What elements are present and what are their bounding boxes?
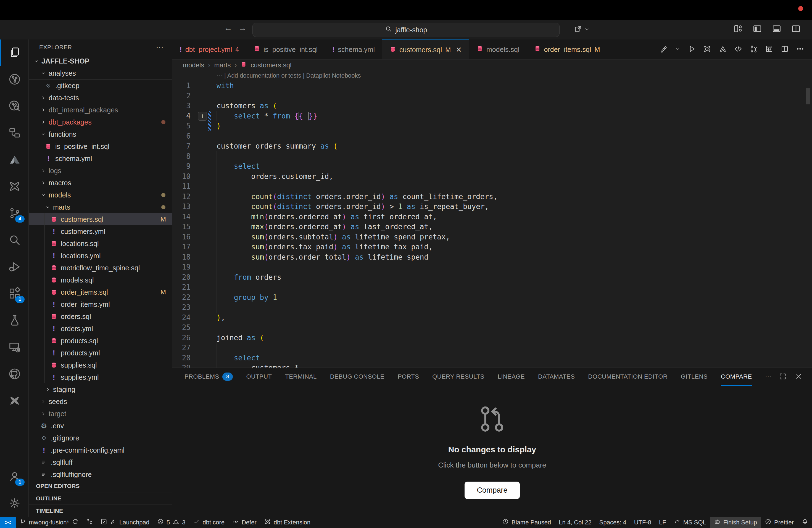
status-defer[interactable]: Defer: [228, 517, 260, 528]
tree-item-customers-yml[interactable]: !customers.yml: [29, 225, 172, 237]
section-outline[interactable]: OUTLINE: [29, 492, 172, 504]
activity-datapilot[interactable]: [0, 147, 28, 173]
breadcrumb-item-marts[interactable]: marts: [214, 61, 231, 69]
tree-item-models[interactable]: models: [29, 189, 172, 201]
tree-item-macros[interactable]: macros: [29, 177, 172, 189]
add-line-action-icon[interactable]: +: [198, 112, 207, 121]
code-text[interactable]: ),: [217, 312, 812, 323]
tree-item-models-sql[interactable]: models.sql: [29, 274, 172, 286]
panel-tab-query-results[interactable]: QUERY RESULTS: [432, 368, 484, 386]
datapilot-icon[interactable]: [719, 45, 727, 54]
code-text[interactable]: [217, 91, 812, 101]
code-line-5[interactable]: 5): [172, 121, 812, 131]
explorer-more-actions[interactable]: ⋯: [156, 43, 164, 52]
code-text[interactable]: [217, 151, 812, 162]
activity-explorer[interactable]: [0, 40, 28, 66]
tree-item-order-items-sql[interactable]: order_items.sqlM: [29, 286, 172, 298]
panel-tab-ports[interactable]: PORTS: [398, 368, 419, 386]
tree-item-customers-sql[interactable]: customers.sqlM: [29, 213, 172, 225]
tree-item-orders-sql[interactable]: orders.sql: [29, 310, 172, 323]
breadcrumb[interactable]: models›marts›customers.sql: [172, 60, 812, 71]
tab-schema-yml[interactable]: !schema.yml: [325, 40, 382, 59]
code-text[interactable]: with: [217, 80, 812, 91]
code-text[interactable]: customers as (: [217, 101, 812, 111]
code-text[interactable]: group by 1: [217, 292, 812, 303]
status-indentation[interactable]: Spaces: 4: [595, 517, 630, 528]
status-launchpad[interactable]: Launchpad: [97, 517, 153, 528]
tree-item-analyses[interactable]: analyses: [29, 67, 172, 79]
compare-button[interactable]: Compare: [465, 482, 520, 499]
code-text[interactable]: [217, 323, 812, 333]
tree-item-sqlfluffignore[interactable]: .sqlfluffignore: [29, 468, 172, 480]
code-line-4[interactable]: 4+ select * from {{ }}: [172, 111, 812, 121]
code-text[interactable]: [217, 303, 812, 312]
panel-tab-gitlens[interactable]: GITLENS: [681, 368, 708, 386]
git-pull-request-icon[interactable]: [750, 45, 758, 54]
code-text[interactable]: customers.*,: [217, 363, 812, 368]
code-line-8[interactable]: 8: [172, 151, 812, 162]
build-tool-icon[interactable]: [659, 45, 668, 54]
code-text[interactable]: ): [217, 121, 812, 131]
code-line-29[interactable]: 29 customers.*,: [172, 363, 812, 368]
tree-item-gitignore[interactable]: .gitignore: [29, 432, 172, 444]
code-text[interactable]: orders.customer_id,: [217, 172, 812, 182]
panel-tab-datamates[interactable]: DATAMATES: [538, 368, 575, 386]
run-model-icon[interactable]: [688, 45, 696, 54]
code-text[interactable]: sum(orders.subtotal) as lifetime_spend_p…: [217, 232, 812, 242]
tree-item-sqlfluff[interactable]: .sqlfluff: [29, 456, 172, 468]
tab-order-items-sql[interactable]: order_items.sqlM: [527, 40, 608, 59]
breadcrumb-item-customers-sql[interactable]: customers.sql: [250, 61, 291, 69]
activity-run-debug[interactable]: [0, 254, 28, 281]
code-editor[interactable]: 1with23customers as (4+ select * from {{…: [172, 80, 812, 368]
code-text[interactable]: [217, 282, 812, 292]
status-encoding[interactable]: UTF-8: [630, 517, 655, 528]
code-line-26[interactable]: 26joined as (: [172, 333, 812, 343]
code-text[interactable]: select * from {{ }}: [217, 111, 812, 121]
code-text[interactable]: from orders: [217, 272, 812, 282]
activity-dbt-query[interactable]: [0, 93, 28, 120]
section-open-editors[interactable]: OPEN EDITORS: [29, 480, 172, 492]
codelens-text[interactable]: ··· | Add documentation or tests | Datap…: [217, 72, 361, 79]
tree-item-schema-yml[interactable]: !schema.yml: [29, 152, 172, 165]
tree-item-is-positive-int-sql[interactable]: is_positive_int.sql: [29, 140, 172, 152]
panel-tab-terminal[interactable]: TERMINAL: [285, 368, 317, 386]
status-notifications[interactable]: [798, 517, 812, 528]
code-text[interactable]: max(orders.ordered_at) as last_ordered_a…: [217, 222, 812, 232]
tree-item-order-items-yml[interactable]: !order_items.yml: [29, 298, 172, 310]
code-text[interactable]: [217, 181, 812, 192]
command-center-search[interactable]: jaffle-shop: [252, 23, 560, 37]
tree-item-env[interactable]: ⚙.env: [29, 420, 172, 432]
activity-remote-explorer[interactable]: [0, 334, 28, 361]
code-line-12[interactable]: 12 count(distinct orders.order_id) as co…: [172, 192, 812, 202]
dbt-power-user-icon[interactable]: [703, 45, 711, 54]
status-eol[interactable]: LF: [655, 517, 670, 528]
section-timeline[interactable]: TIMELINE: [29, 504, 172, 517]
code-text[interactable]: min(orders.ordered_at) as first_ordered_…: [217, 212, 812, 222]
code-text[interactable]: select: [217, 353, 812, 363]
activity-search[interactable]: [0, 227, 28, 254]
tree-item-supplies-sql[interactable]: supplies.sql: [29, 359, 172, 371]
share-button[interactable]: [574, 25, 590, 34]
activity-testing[interactable]: [0, 307, 28, 334]
code-line-11[interactable]: 11: [172, 181, 812, 192]
status-git-compare[interactable]: [82, 517, 97, 528]
maximize-panel-icon[interactable]: [779, 372, 787, 381]
tree-item-products-sql[interactable]: products.sql: [29, 335, 172, 347]
activity-accounts[interactable]: 1: [0, 464, 28, 490]
close-icon[interactable]: ✕: [456, 46, 462, 54]
tree-item-functions[interactable]: functions: [29, 128, 172, 140]
status-git-branch[interactable]: mwong-fusion*: [16, 517, 83, 528]
tree-item-jaffle-shop[interactable]: JAFFLE-SHOP: [29, 55, 172, 67]
code-line-18[interactable]: 18 sum(orders.order_total) as lifetime_s…: [172, 252, 812, 262]
activity-settings[interactable]: [0, 490, 28, 517]
code-line-22[interactable]: 22 group by 1: [172, 292, 812, 303]
code-text[interactable]: count(distinct orders.order_id) > 1 as i…: [217, 202, 812, 212]
panel-tab-problems[interactable]: PROBLEMS8: [185, 368, 233, 386]
code-line-19[interactable]: 19: [172, 262, 812, 272]
activity-dbt-circle[interactable]: [0, 66, 28, 93]
status-blame[interactable]: Blame Paused: [498, 517, 555, 528]
close-panel-icon[interactable]: [795, 372, 802, 381]
tree-item-data-tests[interactable]: data-tests: [29, 92, 172, 104]
code-line-15[interactable]: 15 max(orders.ordered_at) as last_ordere…: [172, 222, 812, 232]
code-text[interactable]: joined as (: [217, 333, 812, 343]
